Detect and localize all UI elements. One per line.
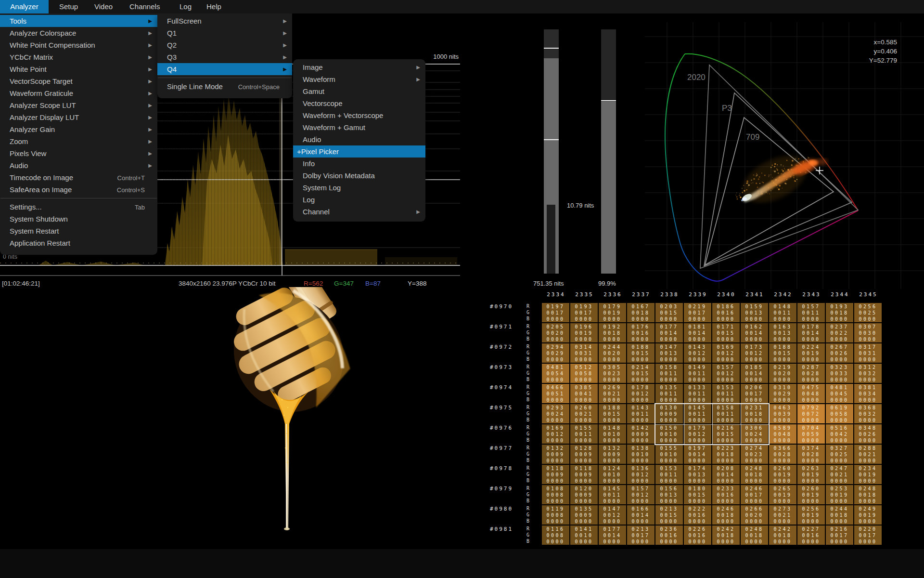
pixel-cell-2345-0981[interactable]: 022000170000 (854, 525, 882, 545)
pixel-cell-2337-0972[interactable]: 018800150000 (627, 343, 654, 363)
menubar-item-log[interactable]: Log (174, 0, 197, 13)
pixel-cell-2338-0972[interactable]: 014700130000 (655, 343, 683, 363)
pixel-cell-2334-0977[interactable]: 013200090000 (542, 445, 569, 464)
pixel-cell-2336-0972[interactable]: 024400200000 (599, 343, 626, 363)
menubar-item-setup[interactable]: Setup (54, 0, 83, 13)
pixel-cell-2337-0970[interactable]: 016700180000 (627, 303, 654, 322)
pixel-cell-2343-0975[interactable]: 079200720000 (797, 404, 825, 423)
menu-item-ycbcr-matrix[interactable]: YCbCr Matrix▶ (0, 51, 157, 63)
menu-item-white-point[interactable]: White Point▶ (0, 63, 157, 75)
pixel-cell-2342-0973[interactable]: 021900200000 (769, 364, 796, 383)
pixel-cell-2335-0979[interactable]: 012000090000 (570, 485, 598, 504)
pixel-cell-2335-0975[interactable]: 026000210000 (570, 404, 598, 423)
pixel-cell-2341-0975[interactable]: 023100180000 (741, 404, 768, 423)
pixel-cell-2337-0976[interactable]: 014200090000 (627, 424, 654, 444)
pixel-cell-2345-0973[interactable]: 031200320000 (854, 364, 882, 383)
menu-item-q4[interactable]: Q4▶ (157, 63, 292, 75)
pixel-cell-2342-0981[interactable]: 024200180000 (769, 525, 796, 545)
pixel-cell-2334-0972[interactable]: 029400290000 (542, 343, 569, 363)
pixel-cell-2335-0978[interactable]: 011800090000 (570, 465, 598, 484)
pixel-cell-2334-0973[interactable]: 048100540000 (542, 364, 569, 383)
pixel-cell-2335-0972[interactable]: 031400310000 (570, 343, 598, 363)
pixel-cell-2344-0981[interactable]: 021600170000 (826, 525, 853, 545)
menubar-item-help[interactable]: Help (201, 0, 227, 13)
pixel-cell-2335-0980[interactable]: 013500090000 (570, 505, 598, 525)
pixel-cell-2341-0971[interactable]: 016200140000 (741, 323, 768, 342)
pixel-cell-2340-0980[interactable]: 024600180000 (712, 505, 740, 525)
menu-item-application-restart[interactable]: Application Restart (0, 237, 157, 249)
pixel-cell-2341-0976[interactable]: 030600240000 (741, 424, 768, 444)
menu-item-q2[interactable]: Q2▶ (157, 39, 292, 51)
menu-item-pixels-view[interactable]: Pixels View▶ (0, 147, 157, 159)
menu-item-analyzer-scope-lut[interactable]: Analyzer Scope LUT▶ (0, 99, 157, 111)
pixel-cell-2344-0971[interactable]: 023700220000 (826, 323, 853, 342)
pixel-cell-2344-0976[interactable]: 051600420000 (826, 424, 853, 444)
pixel-cell-2338-0975[interactable]: 013000090000 (655, 404, 683, 423)
menu-item-timecode-on-image[interactable]: Timecode on ImageControl+T (0, 171, 157, 184)
pixel-cell-2344-0974[interactable]: 048100450000 (826, 384, 853, 403)
pixel-cell-2338-0973[interactable]: 015800110000 (655, 364, 683, 383)
menu-item-system-log[interactable]: System Log (293, 182, 425, 194)
menu-item-waveform-gamut[interactable]: Waveform + Gamut (293, 121, 425, 133)
pixel-cell-2342-0977[interactable]: 036600280000 (769, 445, 796, 464)
pixel-picker-grid[interactable]: 2334233523362337233823392340234123422343… (489, 289, 893, 552)
pixel-cell-2343-0981[interactable]: 022700160000 (797, 525, 825, 545)
menu-item-safearea-on-image[interactable]: SafeArea on ImageControl+S (0, 184, 157, 196)
pixel-cell-2343-0979[interactable]: 026000190000 (797, 485, 825, 504)
pixel-cell-2342-0980[interactable]: 027300210000 (769, 505, 796, 525)
pixel-cell-2339-0979[interactable]: 018000150000 (684, 485, 711, 504)
menu-item-system-shutdown[interactable]: System Shutdown (0, 213, 157, 225)
pixel-cell-2345-0975[interactable]: 036800320000 (854, 404, 882, 423)
pixel-cell-2345-0971[interactable]: 030700300000 (854, 323, 882, 342)
pixel-cell-2337-0980[interactable]: 016600140000 (627, 505, 654, 525)
pixel-cell-2338-0977[interactable]: 015500100000 (655, 445, 683, 464)
menu-item-waveform-vectorscope[interactable]: Waveform + Vectorscope (293, 109, 425, 121)
pixel-cell-2343-0977[interactable]: 037400280000 (797, 445, 825, 464)
pixel-cell-2343-0974[interactable]: 047500480000 (797, 384, 825, 403)
pixel-cell-2336-0971[interactable]: 019200180000 (599, 323, 626, 342)
pixel-cell-2342-0975[interactable]: 046300390000 (769, 404, 796, 423)
pixel-cell-2343-0980[interactable]: 025600190000 (797, 505, 825, 525)
menu-item-zoom[interactable]: Zoom▶ (0, 135, 157, 147)
pixel-cell-2342-0972[interactable]: 018800150000 (769, 343, 796, 363)
menu-item-single-line-mode[interactable]: Single Line ModeControl+Space (157, 80, 292, 92)
pixel-cell-2337-0981[interactable]: 021300170000 (627, 525, 654, 545)
pixel-cell-2344-0980[interactable]: 024400180000 (826, 505, 853, 525)
video-image-honey-dipper[interactable] (192, 287, 404, 533)
pixel-cell-2339-0980[interactable]: 022200160000 (684, 505, 711, 525)
pixel-cell-2341-0978[interactable]: 024800180000 (741, 465, 768, 484)
pixel-cell-2343-0973[interactable]: 028700280000 (797, 364, 825, 383)
pixel-cell-2343-0970[interactable]: 015700110000 (797, 303, 825, 322)
pixel-cell-2335-0976[interactable]: 015500110000 (570, 424, 598, 444)
pixel-cell-2341-0973[interactable]: 018500140000 (741, 364, 768, 383)
pixel-cell-2345-0979[interactable]: 024800180000 (854, 485, 882, 504)
pixel-cell-2334-0981[interactable]: 011600080000 (542, 525, 569, 545)
menu-item-info[interactable]: Info (293, 158, 425, 170)
pixel-cell-2334-0979[interactable]: 010800080000 (542, 485, 569, 504)
pixel-cell-2339-0976[interactable]: 017900120000 (684, 424, 711, 444)
menu-item-pixel-picker[interactable]: +Pixel Picker (293, 145, 425, 158)
menu-item-image[interactable]: Image▶ (293, 61, 425, 73)
pixel-cell-2340-0974[interactable]: 015300110000 (712, 384, 740, 403)
pixel-cell-2340-0970[interactable]: 018600160000 (712, 303, 740, 322)
pixel-cell-2339-0981[interactable]: 022600160000 (684, 525, 711, 545)
menubar-item-analyzer[interactable]: Analyzer (0, 0, 49, 13)
pixel-cell-2340-0979[interactable]: 023300160000 (712, 485, 740, 504)
pixel-cell-2338-0971[interactable]: 017700140000 (655, 323, 683, 342)
menu-item-analyzer-display-lut[interactable]: Analyzer Display LUT▶ (0, 111, 157, 123)
menu-item-channel[interactable]: Channel▶ (293, 206, 425, 218)
pixel-cell-2334-0971[interactable]: 020500200000 (542, 323, 569, 342)
pixel-cell-2339-0970[interactable]: 021900170000 (684, 303, 711, 322)
menu-item-gamut[interactable]: Gamut (293, 85, 425, 97)
pixel-cell-2339-0974[interactable]: 013300110000 (684, 384, 711, 403)
pixel-cell-2340-0981[interactable]: 024200180000 (712, 525, 740, 545)
pixel-cell-2342-0971[interactable]: 016300130000 (769, 323, 796, 342)
pixel-cell-2334-0978[interactable]: 011800090000 (542, 465, 569, 484)
pixel-cell-2344-0978[interactable]: 024700210000 (826, 465, 853, 484)
pixel-cell-2335-0971[interactable]: 019600190000 (570, 323, 598, 342)
pixel-cell-2337-0975[interactable]: 014300110000 (627, 404, 654, 423)
menu-item-vectorscope[interactable]: Vectorscope (293, 97, 425, 109)
pixel-cell-2336-0970[interactable]: 017900190000 (599, 303, 626, 322)
pixel-cell-2334-0975[interactable]: 029300240000 (542, 404, 569, 423)
pixel-cell-2336-0981[interactable]: 017700140000 (599, 525, 626, 545)
